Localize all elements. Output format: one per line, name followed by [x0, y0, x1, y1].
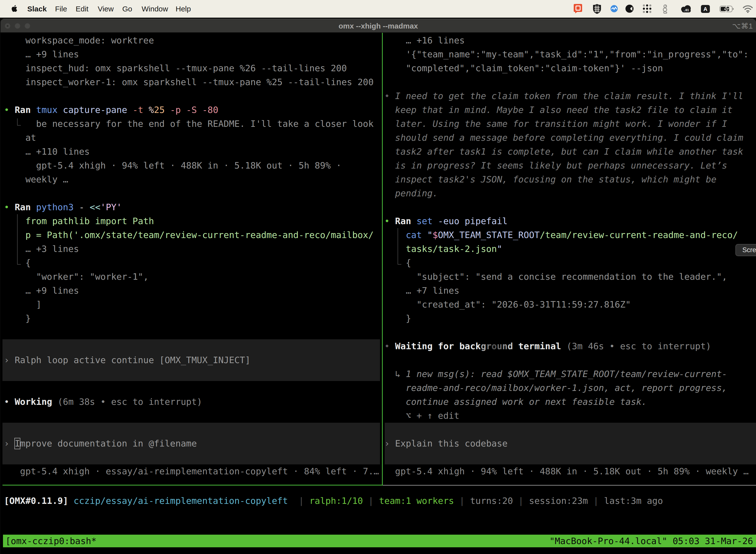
term-segment: OMX_TEAM_STATE_ROOT [438, 228, 540, 242]
term-segment: "completed","claim_token":"claim-token"}… [406, 61, 663, 75]
terminal-content[interactable]: workspace_mode: worktree… +9 linesinspec… [0, 33, 756, 554]
term-segment: ↳ [395, 367, 400, 381]
term-segment: inspect_worker-1: omx sparkshell --tmux-… [25, 75, 374, 89]
term-segment: { [25, 256, 31, 270]
menu-item-view[interactable]: View [98, 0, 114, 18]
output-rail-stub [17, 264, 21, 265]
menu-item-slack[interactable]: Slack [27, 0, 47, 18]
term-segment: '{"team_name":"my-team","task_id":"1","f… [406, 47, 749, 61]
cloud-badge-icon[interactable]: ..61 [680, 0, 692, 18]
term-segment: • [4, 395, 9, 409]
battery-charging-icon[interactable] [719, 0, 735, 18]
term-segment: | [459, 494, 465, 508]
menu-bar: Slack File Edit View Go Window Help [0, 0, 756, 18]
menu-item-edit[interactable]: Edit [76, 0, 88, 18]
term-segment: u [497, 339, 502, 353]
term-segment: later. Using the same for transition mig… [395, 117, 727, 131]
term-segment: keep that in mind. Maybe I also need the… [395, 103, 733, 117]
term-segment: … +110 lines [25, 145, 89, 159]
text-cursor [14, 438, 20, 449]
term-segment: … +7 lines [406, 284, 459, 297]
term-segment: ⌥ + ↑ edit [406, 409, 459, 423]
shield-grid-icon[interactable] [593, 0, 601, 18]
term-segment: -p [170, 103, 181, 117]
term-segment: Ran [15, 200, 31, 214]
term-segment: " [427, 228, 433, 242]
term-segment: cczip/essay/ai-reimplementation-copyleft [74, 494, 288, 508]
screen-sharing-overlay-button[interactable]: Scre [736, 244, 756, 256]
term-segment: r [486, 339, 492, 353]
term-segment: p = Path('.omx/state/team/review-current… [25, 228, 374, 242]
term-segment: " [497, 242, 502, 256]
term-segment: tasks/task-2.json [406, 242, 497, 256]
term-segment: capture-pane [63, 103, 127, 117]
terminal-window: omx --xhigh --madmax ⌥⌘1 workspace_mode:… [0, 19, 756, 554]
term-segment: task2 after task1 is complete, but can I… [395, 145, 743, 159]
term-segment: weekly … [25, 172, 68, 186]
chat-icon[interactable] [574, 0, 583, 18]
term-segment: n [502, 339, 508, 353]
term-segment: | [593, 494, 599, 508]
output-rail-stub [17, 125, 21, 126]
term-segment: { [406, 256, 411, 270]
term-segment: inspect_hud: omx sparkshell --tmux-pane … [25, 61, 347, 75]
term-segment: d [507, 339, 513, 353]
menu-item-file[interactable]: File [55, 0, 67, 18]
term-segment: turns:20 [470, 494, 513, 508]
inactive-pane-border [383, 485, 756, 486]
dots-grid-icon[interactable] [643, 0, 651, 18]
term-segment: • [384, 89, 390, 103]
term-segment: Ran [395, 214, 411, 228]
term-segment: • [384, 339, 390, 353]
term-segment: … +9 lines [25, 47, 79, 61]
term-segment: • [4, 200, 9, 214]
term-segment: -80 [202, 103, 218, 117]
term-segment: $ [433, 228, 438, 242]
term-segment: - [79, 200, 84, 214]
wireguard-dragon-icon[interactable] [662, 0, 669, 18]
term-segment: team:1 workers [379, 494, 454, 508]
term-segment: should send a message before completing … [395, 131, 743, 145]
tmux-session-window: [omx-cczip0:bash* [5, 535, 97, 547]
term-segment: terminal [513, 339, 561, 353]
window-shortcut-hint: ⌥⌘1 [732, 19, 753, 33]
term-segment: gpt-5.4 xhigh · 94% left · 488K in · 5.1… [395, 464, 749, 478]
prompt-text: › [4, 437, 9, 450]
term-segment: << [90, 200, 101, 214]
window-titlebar[interactable]: omx --xhigh --madmax ⌥⌘1 [0, 19, 756, 33]
term-segment: gpt-5.4 xhigh · 94% left · 488K in · 5.1… [36, 159, 341, 172]
term-segment: ] [36, 297, 42, 312]
term-segment: pending. [395, 186, 438, 200]
term-segment: • [4, 103, 9, 117]
term-segment: -t [132, 103, 143, 117]
term-segment: Working [15, 395, 52, 409]
term-segment: workspace_mode: worktree [25, 34, 154, 47]
term-segment: [OMX#0.11.9] [4, 494, 68, 508]
menu-item-window[interactable]: Window [142, 0, 168, 18]
pulse-badge-icon[interactable] [611, 0, 618, 18]
tmux-host-clock: "MacBook-Pro-44.local" 05:03 31-Mar-26 [549, 535, 753, 547]
notch-circle-icon[interactable] [625, 0, 634, 18]
term-segment: (3m 46s • esc to interrupt) [567, 339, 711, 353]
term-segment: is in progress? It seems likely but perh… [395, 159, 727, 172]
term-segment: readme-and-reco/mailbox/worker-1.json, a… [406, 381, 727, 395]
term-segment: ralph:1/10 [309, 494, 363, 508]
term-segment: | [518, 494, 524, 508]
wifi-icon[interactable] [742, 0, 753, 18]
term-segment: (6m 38s • esc to interrupt) [58, 395, 202, 409]
term-segment: 1 new msg(s): read $OMX_TEAM_STATE_ROOT/… [406, 367, 727, 381]
prompt-text: › [4, 353, 9, 367]
keyboard-a-icon[interactable]: A [700, 0, 711, 18]
term-segment: pipefail [465, 214, 508, 228]
term-segment: | [368, 494, 374, 508]
term-segment: … +9 lines [25, 284, 79, 297]
apple-menu-icon[interactable] [10, 4, 17, 13]
term-segment: session:23m [529, 494, 588, 508]
term-segment: "worker": "worker-1", [36, 270, 149, 284]
term-segment: last:3m ago [604, 494, 663, 508]
menu-item-help[interactable]: Help [176, 0, 191, 18]
term-segment: /team/review-current-readme-and-reco/ [540, 228, 738, 242]
menu-item-go[interactable]: Go [122, 0, 132, 18]
term-segment: Waiting for back [395, 339, 481, 353]
tmux-status-bar: [omx-cczip0:bash*"MacBook-Pro-44.local" … [3, 535, 756, 547]
